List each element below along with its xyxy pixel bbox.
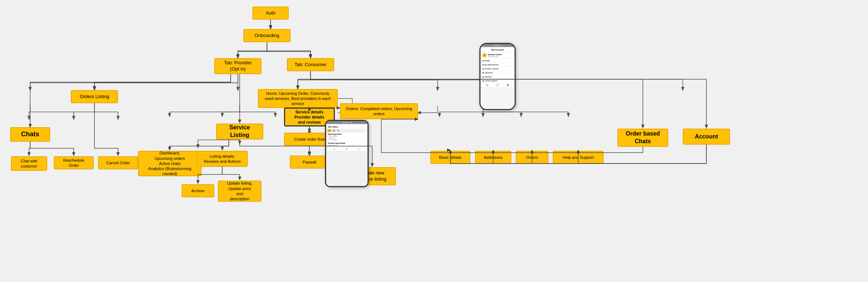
orders-phone-mockup: My Orders 16 21 5 Upcoming Orders • Serv…: [325, 120, 369, 187]
basic-details-node: Basic details: [430, 151, 470, 164]
listing-details-node: Listing details:Reviews and Actions: [197, 151, 248, 167]
auth-node: Auth: [252, 7, 289, 20]
order-based-chats-node: Order basedChats: [617, 129, 668, 147]
cancel-order-node: Cancel Order: [98, 156, 138, 169]
tab-consumer-node: Tab: Consumer: [287, 58, 334, 71]
addresses-node: Addresses: [475, 151, 511, 164]
account-phone-mockup: My Account K Kamara Carlos kamaracarlos@…: [479, 43, 516, 110]
tab-provider-node: Tab: Provider(Opt in): [214, 58, 261, 74]
home-box-node: Home: Upcoming Order, Commonly used serv…: [258, 89, 338, 108]
archive-node: Archive: [182, 184, 214, 197]
help-support-node: Help and Support: [553, 151, 604, 164]
update-listing-node: Update listing,Update priceanddescriptio…: [218, 181, 261, 202]
orders-acc-node: Orders: [516, 151, 548, 164]
paywall-node: Paywall: [290, 156, 329, 169]
account-node: Account: [683, 129, 730, 145]
onboarding-node: Onboarding: [243, 29, 291, 42]
service-listing-node: Service Listing: [216, 124, 263, 140]
reschedule-order-node: RescheduleOrder: [54, 156, 94, 169]
dashboard-node: Dashboard,Upcoming ordersActive chatsAna…: [138, 151, 202, 176]
orders-listing-node: Orders Listing: [71, 90, 118, 103]
chats-node: Chats: [10, 127, 50, 142]
orders-completed-node: Orders: Completed orders, Upcoming order…: [340, 103, 418, 119]
chat-with-customer-node: Chat withcustomer: [11, 156, 47, 171]
